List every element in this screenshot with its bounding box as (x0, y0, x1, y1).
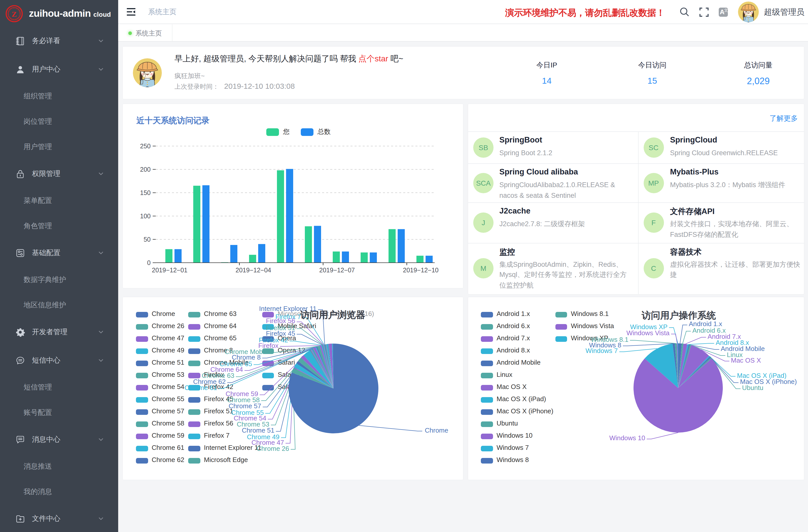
svg-text:2019−12−10: 2019−12−10 (403, 267, 439, 274)
svg-text:2019−12−04: 2019−12−04 (236, 267, 271, 274)
svg-text:100: 100 (140, 213, 151, 220)
svg-text:2019−12−01: 2019−12−01 (152, 267, 187, 274)
svg-text:2019−12−07: 2019−12−07 (319, 267, 355, 274)
svg-text:200: 200 (140, 166, 151, 173)
svg-text:250: 250 (140, 143, 151, 150)
svg-text:150: 150 (140, 189, 151, 196)
svg-text:50: 50 (144, 236, 151, 243)
svg-text:0: 0 (147, 259, 151, 266)
svg-text:Z: Z (12, 10, 17, 18)
